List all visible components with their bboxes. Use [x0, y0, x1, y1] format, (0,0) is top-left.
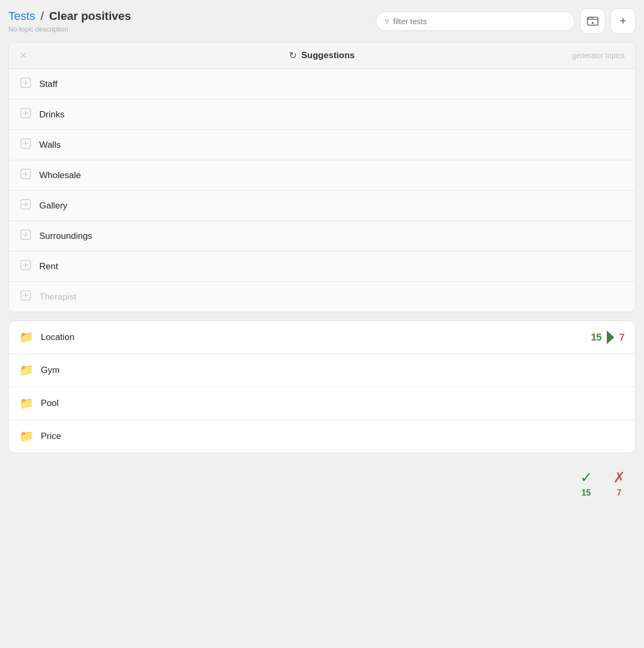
suggestion-item[interactable]: Staff: [9, 69, 635, 100]
add-suggestion-icon: [19, 78, 32, 91]
add-suggestion-icon: [19, 260, 32, 273]
folder-icon: 📁: [19, 331, 34, 344]
header-left: Tests / Clear positives No topic descrip…: [8, 9, 370, 33]
footer-summary: ✓ 15 ✗ 7: [8, 464, 636, 503]
topics-list: 📁 Location 15 7 📁 Gym 📁 Pool 📁 Price: [9, 321, 635, 453]
breadcrumb-link[interactable]: Tests: [8, 9, 35, 23]
suggestions-panel: ✕ ↻ Suggestions generator topics Staff: [8, 42, 636, 312]
breadcrumb: Tests / Clear positives: [8, 9, 370, 24]
refresh-icon[interactable]: ↻: [289, 50, 297, 61]
folder-icon: 📁: [19, 364, 34, 377]
add-suggestion-icon: [19, 138, 32, 151]
suggestion-item[interactable]: Wholesale: [9, 160, 635, 191]
positive-count: 15: [582, 488, 591, 498]
negative-summary: ✗ 7: [613, 469, 625, 498]
add-suggestion-icon: [19, 290, 32, 303]
topic-item[interactable]: 📁 Pool: [9, 387, 635, 420]
suggestion-label: Walls: [39, 140, 61, 150]
topics-panel: 📁 Location 15 7 📁 Gym 📁 Pool 📁 Price: [8, 321, 636, 453]
add-suggestion-icon: [19, 199, 32, 212]
add-suggestion-icon: [19, 169, 32, 182]
folder-icon: 📁: [19, 397, 34, 410]
suggestions-header-inner: ✕ ↻ Suggestions generator topics: [19, 50, 625, 61]
breadcrumb-current: Clear positives: [49, 9, 131, 23]
add-button[interactable]: +: [610, 8, 636, 34]
negative-count: 7: [617, 488, 621, 498]
filter-input[interactable]: [393, 17, 566, 26]
checkmark-icon: ✓: [580, 469, 592, 486]
cross-icon: ✗: [613, 469, 625, 486]
suggestion-item[interactable]: Surroundings: [9, 221, 635, 251]
folder-icon: 📁: [19, 430, 34, 443]
topic-item[interactable]: 📁 Gym: [9, 354, 635, 387]
topic-label: Gym: [41, 365, 625, 376]
negative-stat: 7: [619, 332, 625, 343]
topic-item[interactable]: 📁 Price: [9, 420, 635, 453]
generator-topics-label: generator topics: [572, 51, 625, 60]
filter-input-wrap[interactable]: ▿: [376, 12, 575, 31]
suggestion-item[interactable]: Drinks: [9, 100, 635, 130]
suggestion-label: Surroundings: [39, 231, 92, 241]
suggestion-label: Drinks: [39, 109, 64, 120]
suggestion-label: Rent: [39, 261, 58, 272]
suggestion-item[interactable]: Gallery: [9, 191, 635, 221]
suggestion-label: Therapist: [39, 292, 76, 302]
suggestions-header: ✕ ↻ Suggestions generator topics: [9, 42, 635, 69]
topic-item[interactable]: 📁 Location 15 7: [9, 321, 635, 354]
topic-label: Location: [41, 332, 584, 343]
header-actions: ▿ +: [376, 8, 636, 34]
add-folder-button[interactable]: [580, 8, 605, 34]
positive-summary: ✓ 15: [580, 469, 592, 498]
suggestions-list: Staff Drinks Walls Wholesa: [9, 69, 635, 312]
suggestion-label: Staff: [39, 79, 58, 90]
filter-icon: ▿: [385, 16, 389, 26]
topic-label: Pool: [41, 398, 625, 409]
suggestions-close-button[interactable]: ✕: [19, 50, 27, 61]
header: Tests / Clear positives No topic descrip…: [8, 8, 636, 34]
add-suggestion-icon: [19, 229, 32, 243]
suggestion-item[interactable]: Walls: [9, 130, 635, 160]
suggestion-item[interactable]: Therapist: [9, 282, 635, 312]
suggestions-title: Suggestions: [301, 50, 354, 61]
topic-label: Price: [41, 431, 625, 442]
page-subtitle: No topic description: [8, 25, 370, 33]
suggestion-label: Gallery: [39, 201, 68, 211]
suggestion-item[interactable]: Rent: [9, 251, 635, 282]
plus-icon: +: [620, 15, 627, 27]
positive-stat: 15: [591, 332, 602, 343]
breadcrumb-separator: /: [40, 9, 43, 23]
stat-divider: [605, 331, 616, 344]
topic-stats: 15 7: [591, 331, 625, 344]
add-suggestion-icon: [19, 108, 32, 121]
suggestion-label: Wholesale: [39, 170, 81, 181]
